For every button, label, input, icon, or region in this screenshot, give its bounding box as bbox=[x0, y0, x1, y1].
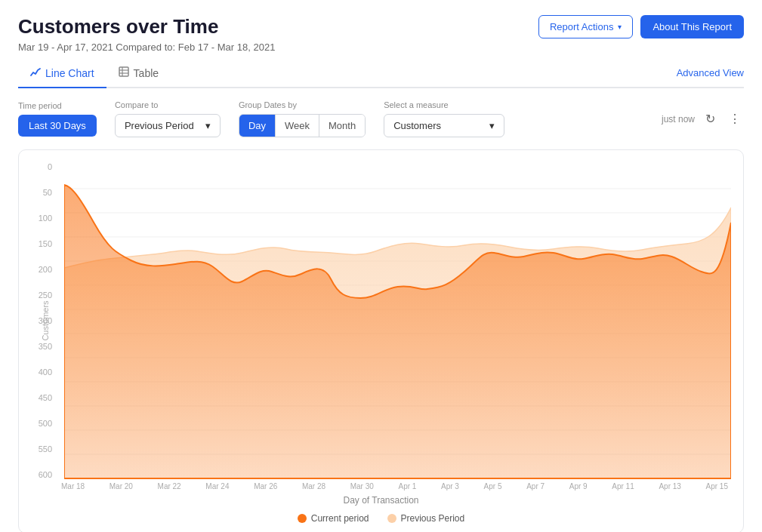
advanced-view-link[interactable]: Advanced View bbox=[677, 60, 744, 86]
tabs-bar: Line Chart Table Advanced View bbox=[18, 59, 744, 88]
x-axis-title: Day of Transaction bbox=[31, 495, 731, 506]
header-actions: Report Actions ▾ About This Report bbox=[538, 15, 744, 38]
y-axis-title: Customers bbox=[41, 301, 50, 341]
time-period-group: Time period Last 30 Days bbox=[18, 101, 97, 137]
chevron-down-icon: ▾ bbox=[618, 23, 622, 31]
page-subtitle: Mar 19 - Apr 17, 2021 Compared to: Feb 1… bbox=[18, 42, 275, 53]
tab-table-label: Table bbox=[134, 67, 159, 79]
legend-previous-label: Previous Period bbox=[401, 513, 465, 524]
group-month-button[interactable]: Month bbox=[319, 115, 365, 137]
group-dates-group: Group Dates by Day Week Month bbox=[239, 100, 366, 137]
legend-current-label: Current period bbox=[311, 513, 369, 524]
legend-previous-dot bbox=[387, 514, 396, 523]
legend-current-dot bbox=[298, 514, 307, 523]
just-now-label: just now bbox=[662, 114, 695, 125]
page: Customers over Time Mar 19 - Apr 17, 202… bbox=[0, 0, 762, 532]
chart-svg bbox=[64, 162, 731, 479]
select-measure-group: Select a measure Customers ▾ bbox=[384, 100, 504, 137]
legend-previous: Previous Period bbox=[387, 513, 465, 524]
group-day-button[interactable]: Day bbox=[239, 115, 276, 137]
table-icon bbox=[119, 66, 129, 79]
about-this-report-button[interactable]: About This Report bbox=[640, 15, 744, 38]
controls-bar: Time period Last 30 Days Compare to Prev… bbox=[18, 100, 744, 137]
more-options-button[interactable]: ⋮ bbox=[726, 109, 744, 129]
time-period-label: Time period bbox=[18, 101, 97, 110]
compare-to-group: Compare to Previous Period ▾ bbox=[115, 100, 221, 137]
header: Customers over Time Mar 19 - Apr 17, 202… bbox=[18, 15, 744, 53]
compare-to-dropdown[interactable]: Previous Period ▾ bbox=[115, 114, 221, 137]
legend-current: Current period bbox=[298, 513, 369, 524]
select-measure-dropdown[interactable]: Customers ▾ bbox=[384, 114, 504, 137]
chart-area: 600 550 500 450 400 350 300 250 200 150 … bbox=[31, 162, 731, 479]
compare-to-label: Compare to bbox=[115, 100, 221, 109]
controls-right: just now ↻ ⋮ bbox=[662, 109, 744, 129]
select-measure-label: Select a measure bbox=[384, 100, 504, 109]
header-left: Customers over Time Mar 19 - Apr 17, 202… bbox=[18, 15, 275, 53]
page-title: Customers over Time bbox=[18, 15, 275, 38]
tab-line-chart-label: Line Chart bbox=[45, 67, 94, 79]
tab-list: Line Chart Table bbox=[18, 59, 171, 87]
tab-line-chart[interactable]: Line Chart bbox=[18, 59, 106, 88]
report-actions-button[interactable]: Report Actions ▾ bbox=[538, 15, 634, 38]
chart-legend: Current period Previous Period bbox=[31, 513, 731, 524]
time-period-button[interactable]: Last 30 Days bbox=[18, 115, 97, 137]
group-week-button[interactable]: Week bbox=[276, 115, 319, 137]
chart-container: 600 550 500 450 400 350 300 250 200 150 … bbox=[18, 149, 744, 532]
tab-table[interactable]: Table bbox=[106, 59, 171, 88]
group-dates-buttons: Day Week Month bbox=[239, 114, 366, 137]
group-dates-label: Group Dates by bbox=[239, 100, 366, 109]
chevron-down-icon: ▾ bbox=[205, 120, 211, 131]
svg-rect-0 bbox=[119, 67, 128, 76]
line-chart-icon bbox=[30, 66, 41, 79]
x-axis: Mar 18 Mar 20 Mar 22 Mar 24 Mar 26 Mar 2… bbox=[58, 482, 731, 490]
refresh-button[interactable]: ↻ bbox=[702, 109, 718, 129]
chevron-down-icon: ▾ bbox=[489, 120, 495, 131]
